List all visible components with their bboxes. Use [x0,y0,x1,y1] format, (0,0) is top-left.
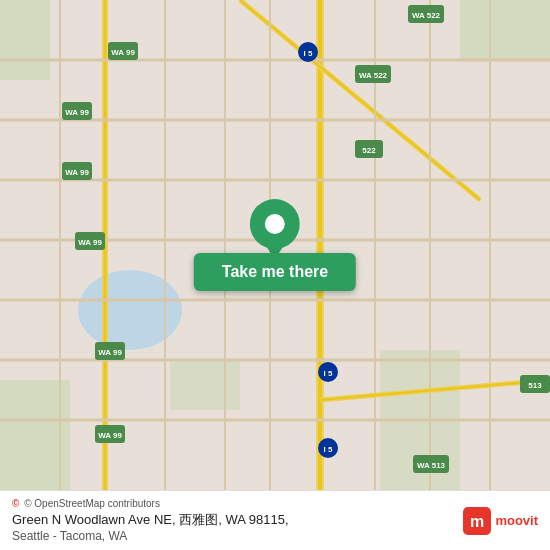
svg-rect-3 [460,0,550,60]
svg-text:WA 99: WA 99 [78,238,102,247]
svg-text:WA 522: WA 522 [412,11,441,20]
svg-text:522: 522 [362,146,376,155]
take-me-there-button[interactable]: Take me there [194,253,356,291]
map-container: WA 99 WA 99 WA 99 WA 99 WA 99 WA 99 WA 5… [0,0,550,490]
region-line: Seattle - Tacoma, WA [12,529,289,543]
location-pin [250,199,300,249]
svg-text:I 5: I 5 [304,49,313,58]
osm-credit: © © OpenStreetMap contributors [12,498,289,509]
moovit-text: moovit [495,513,538,528]
svg-point-58 [265,214,285,234]
svg-text:513: 513 [528,381,542,390]
svg-text:WA 99: WA 99 [65,168,89,177]
info-bar: © © OpenStreetMap contributors Green N W… [0,490,550,550]
button-overlay: Take me there [194,199,356,291]
moovit-logo[interactable]: m moovit [463,507,538,535]
svg-text:WA 513: WA 513 [417,461,446,470]
svg-point-1 [78,270,182,350]
osm-text: © OpenStreetMap contributors [24,498,160,509]
svg-text:WA 522: WA 522 [359,71,388,80]
svg-text:WA 99: WA 99 [98,431,122,440]
svg-text:m: m [470,513,484,530]
address-line: Green N Woodlawn Ave NE, 西雅图, WA 98115, [12,511,289,529]
svg-text:WA 99: WA 99 [111,48,135,57]
svg-rect-6 [170,360,240,410]
svg-text:I 5: I 5 [324,445,333,454]
svg-text:WA 99: WA 99 [65,108,89,117]
svg-rect-2 [0,0,50,80]
svg-text:WA 99: WA 99 [98,348,122,357]
osm-icon: © [12,498,19,509]
moovit-icon: m [463,507,491,535]
info-text-block: © © OpenStreetMap contributors Green N W… [12,498,289,543]
svg-text:I 5: I 5 [324,369,333,378]
